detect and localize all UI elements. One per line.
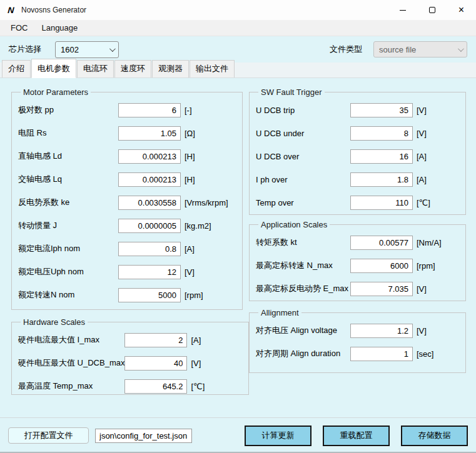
param-row: 最高定标转速 N_max [rpm] (255, 259, 460, 272)
param-unit: [℃] (187, 382, 243, 391)
chip-select-label: 芯片选择 (9, 44, 41, 55)
group-title: SW Fault Trigger (258, 87, 325, 97)
calc-update-button[interactable]: 计算更新 (245, 426, 311, 446)
param-input-e-max[interactable] (350, 282, 413, 296)
param-label: Temp over (255, 198, 350, 207)
group-allignment: Allignment 对齐电压 Align voltage [V] 对齐周期 A… (249, 308, 466, 373)
menu-item-language[interactable]: Language (34, 21, 84, 35)
param-row: 硬件电流最大值 I_max [A] (17, 333, 243, 347)
param-input-i-max[interactable] (124, 333, 187, 347)
maximize-icon (429, 7, 435, 13)
param-input-align-voltage[interactable] (350, 324, 413, 338)
param-input-temp-max[interactable] (124, 379, 187, 394)
chip-select-value: 1602 (61, 45, 109, 54)
param-row: 反电势系数 ke [Vrms/krpm] (17, 196, 237, 209)
param-unit: [Ω] (181, 129, 237, 138)
param-row: 最高定标反电动势 E_max [V] (255, 282, 460, 296)
param-label: 额定转速N nom (17, 289, 118, 301)
tab-output-file[interactable]: 输出文件 (190, 60, 235, 77)
tab-intro[interactable]: 介绍 (2, 60, 31, 77)
param-unit: [A] (187, 336, 243, 345)
title-bar: N Novosns Generator × (0, 0, 476, 20)
param-row: 额定电压Uph nom [V] (17, 265, 237, 279)
param-row: Temp over [℃] (255, 196, 460, 209)
param-row: 硬件电压最大值 U_DCB_max [V] (17, 356, 243, 370)
param-input-j[interactable] (118, 219, 181, 233)
param-row: 额定转速N nom [rpm] (17, 288, 237, 302)
param-unit: [sec] (413, 349, 460, 359)
param-input-udcb-trip[interactable] (350, 103, 413, 117)
param-unit: [-] (181, 106, 237, 115)
chip-select-dropdown[interactable]: 1602 (55, 41, 119, 58)
menu-bar: FOC Language (0, 20, 476, 36)
close-button[interactable]: × (447, 0, 476, 20)
close-icon: × (458, 5, 464, 15)
param-input-udcb-under[interactable] (350, 126, 413, 141)
param-input-iph-over[interactable] (350, 172, 413, 187)
tab-bar: 介绍 电机参数 电流环 速度环 观测器 输出文件 (0, 62, 476, 78)
param-input-n-nom[interactable] (118, 288, 181, 302)
param-label: 电阻 Rs (17, 127, 118, 139)
param-label: U DCB trip (255, 106, 350, 115)
file-type-dropdown[interactable]: source file (373, 41, 467, 57)
param-label: 直轴电感 Ld (17, 151, 118, 162)
param-input-pp[interactable] (118, 103, 181, 117)
maximize-button[interactable] (417, 0, 447, 20)
param-unit: [V] (413, 129, 460, 138)
tab-motor-params[interactable]: 电机参数 (31, 59, 76, 78)
param-label: 极对数 pp (17, 104, 118, 116)
param-row: 极对数 pp [-] (17, 103, 237, 117)
param-label: 硬件电流最大值 I_max (17, 334, 124, 346)
group-title: Application Scales (258, 220, 330, 229)
param-unit: [A] (413, 175, 460, 184)
param-row: 直轴电感 Ld [H] (17, 149, 237, 163)
param-input-iph-nom[interactable] (118, 242, 181, 256)
minimize-button[interactable] (388, 0, 417, 20)
param-input-ld[interactable] (118, 149, 181, 164)
group-title: Motor Parameters (21, 87, 91, 97)
open-config-button[interactable]: 打开配置文件 (8, 427, 89, 444)
tab-content: Motor Parameters 极对数 pp [-] 电阻 Rs [Ω] 直轴… (0, 78, 476, 417)
param-unit: [V] (413, 326, 460, 336)
reload-config-button[interactable]: 重载配置 (323, 426, 390, 446)
group-title: Allignment (258, 308, 301, 317)
param-label: 最高定标反电动势 E_max (255, 283, 350, 294)
param-label: 额定电流Iph nom (17, 243, 118, 254)
param-input-udcb-over[interactable] (350, 149, 413, 164)
param-unit: [kg.m2] (181, 221, 237, 231)
tab-current-loop[interactable]: 电流环 (77, 60, 114, 77)
param-label: I ph over (255, 175, 350, 184)
param-label: 反电势系数 ke (17, 197, 118, 208)
param-label: 额定电压Uph nom (17, 266, 118, 277)
app-window: N Novosns Generator × FOC Language 芯片选择 … (0, 0, 476, 453)
group-application-scales: Application Scales 转矩系数 kt [Nm/A] 最高定标转速… (249, 220, 466, 301)
param-row: 额定电流Iph nom [A] (17, 242, 237, 256)
param-input-align-duration[interactable] (350, 347, 413, 361)
param-input-uph-nom[interactable] (118, 265, 181, 279)
chevron-down-icon (458, 46, 464, 52)
param-unit: [H] (181, 175, 237, 184)
param-input-rs[interactable] (118, 126, 181, 141)
file-type-label: 文件类型 (330, 44, 362, 55)
param-unit: [Vrms/krpm] (181, 198, 237, 207)
param-row: I ph over [A] (255, 172, 460, 186)
param-unit: [V] (413, 106, 460, 115)
param-input-lq[interactable] (118, 172, 181, 187)
tab-observer[interactable]: 观测器 (152, 60, 189, 77)
chevron-down-icon (109, 46, 116, 52)
save-data-button[interactable]: 存储数据 (401, 426, 468, 446)
param-input-kt[interactable] (350, 236, 413, 250)
tab-speed-loop[interactable]: 速度环 (114, 60, 151, 77)
param-unit: [rpm] (181, 291, 237, 300)
app-logo-icon: N (5, 5, 16, 16)
param-input-n-max[interactable] (350, 259, 413, 273)
group-hardware-scales: Hardware Scales 硬件电流最大值 I_max [A] 硬件电压最大… (11, 317, 249, 395)
config-path-input[interactable] (95, 429, 192, 443)
group-sw-fault-trigger: SW Fault Trigger U DCB trip [V] U DCB un… (249, 87, 466, 215)
param-input-ke[interactable] (118, 196, 181, 210)
param-input-udcb-max[interactable] (124, 356, 187, 371)
param-row: 对齐电压 Align voltage [V] (255, 324, 460, 337)
param-unit: [V] (181, 267, 237, 277)
menu-item-foc[interactable]: FOC (4, 21, 34, 35)
param-input-temp-over[interactable] (350, 196, 413, 210)
